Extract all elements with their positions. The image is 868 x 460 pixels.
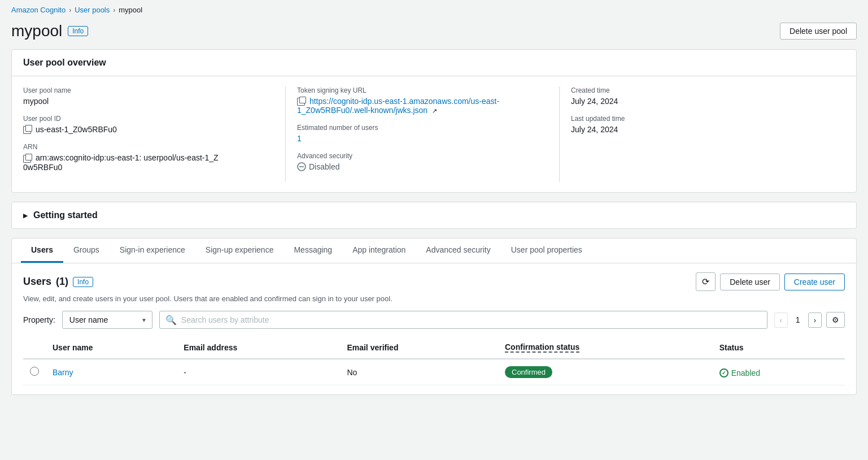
last-updated-label: Last updated time xyxy=(571,115,834,123)
breadcrumb-user-pools[interactable]: User pools xyxy=(75,6,110,14)
token-url-label: Token signing key URL xyxy=(297,86,548,94)
last-updated-value: July 24, 2024 xyxy=(571,125,834,134)
external-link-icon: ↗ xyxy=(432,107,437,114)
overview-col-2: Token signing key URL https://cognito-id… xyxy=(297,86,560,182)
row-radio-cell xyxy=(23,359,46,385)
row-username: Barny xyxy=(46,359,177,385)
tab-users[interactable]: Users xyxy=(21,238,63,263)
tab-signin-experience[interactable]: Sign-in experience xyxy=(110,238,195,263)
users-count: (1) xyxy=(56,276,68,288)
token-url-copy-icon[interactable] xyxy=(297,98,305,106)
arn-value: arn:aws:cognito-idp:us-east-1: userpool/… xyxy=(23,153,274,171)
users-title: Users xyxy=(23,276,51,288)
tab-app-integration[interactable]: App integration xyxy=(342,238,416,263)
advanced-security-label: Advanced security xyxy=(297,152,548,160)
enabled-circle-icon: ✓ xyxy=(719,368,729,377)
users-table: User name Email address Email verified C… xyxy=(23,337,845,385)
search-row: Property: User name Email Phone number S… xyxy=(23,311,845,329)
disabled-badge: Disabled xyxy=(297,162,339,171)
property-select[interactable]: User name Email Phone number Sub xyxy=(62,311,152,329)
overview-card-body: User pool name mypool User pool ID us-ea… xyxy=(12,76,856,192)
next-page-button[interactable]: › xyxy=(808,313,822,328)
table-row: Barny - No Confirmed ✓ Enabled xyxy=(23,359,845,385)
th-username: User name xyxy=(46,337,177,359)
getting-started-triangle-icon: ▶ xyxy=(23,212,28,219)
row-confirmation-status: Confirmed xyxy=(498,359,713,385)
tab-messaging[interactable]: Messaging xyxy=(283,238,342,263)
users-actions: ⟳ Delete user Create user xyxy=(696,272,845,291)
pool-name-label: User pool name xyxy=(23,86,274,94)
table-settings-button[interactable]: ⚙ xyxy=(826,312,845,328)
tab-pool-properties[interactable]: User pool properties xyxy=(501,238,592,263)
user-link[interactable]: Barny xyxy=(53,368,73,377)
breadcrumb-amazon-cognito[interactable]: Amazon Cognito xyxy=(11,6,66,14)
search-icon: 🔍 xyxy=(165,315,177,326)
users-info-badge[interactable]: Info xyxy=(73,277,93,287)
tab-groups[interactable]: Groups xyxy=(63,238,110,263)
page-info-badge[interactable]: Info xyxy=(68,26,88,36)
th-email-verified: Email verified xyxy=(340,337,498,359)
th-status: Status xyxy=(713,337,845,359)
tab-signup-experience[interactable]: Sign-up experience xyxy=(195,238,284,263)
th-confirmation-status: Confirmation status xyxy=(498,337,713,359)
arn-copy-icon[interactable] xyxy=(23,155,31,163)
token-url-value: https://cognito-idp.us-east-1.amazonaws.… xyxy=(297,97,548,115)
breadcrumb-sep-1: › xyxy=(69,6,71,14)
page-header: mypool Info Delete user pool xyxy=(0,20,868,49)
pool-name-value: mypool xyxy=(23,97,274,106)
breadcrumb: Amazon Cognito › User pools › mypool xyxy=(0,0,868,20)
page-title-area: mypool Info xyxy=(11,22,88,40)
create-user-button[interactable]: Create user xyxy=(784,274,845,290)
created-time-label: Created time xyxy=(571,86,834,94)
delete-user-pool-button[interactable]: Delete user pool xyxy=(780,23,857,40)
disabled-circle-icon xyxy=(297,162,306,171)
search-input[interactable] xyxy=(181,311,761,328)
overview-col-1: User pool name mypool User pool ID us-ea… xyxy=(23,86,286,182)
arn-label: ARN xyxy=(23,143,274,151)
estimated-users-label: Estimated number of users xyxy=(297,124,548,132)
confirmation-status-badge: Confirmed xyxy=(505,366,552,378)
pool-id-label: User pool ID xyxy=(23,115,274,123)
users-description: View, edit, and create users in your use… xyxy=(23,294,845,303)
page-number: 1 xyxy=(792,315,804,324)
token-url-link[interactable]: https://cognito-idp.us-east-1.amazonaws.… xyxy=(297,97,499,115)
advanced-security-value: Disabled xyxy=(297,162,548,173)
tab-advanced-security[interactable]: Advanced security xyxy=(416,238,500,263)
created-time-value: July 24, 2024 xyxy=(571,97,834,106)
users-header: Users (1) Info ⟳ Delete user Create user xyxy=(23,272,845,291)
property-select-wrapper: User name Email Phone number Sub ▼ xyxy=(62,311,152,329)
users-title-area: Users (1) Info xyxy=(23,276,93,288)
overview-card: User pool overview User pool name mypool… xyxy=(11,49,857,193)
overview-grid: User pool name mypool User pool ID us-ea… xyxy=(23,86,845,182)
tabs-container: Users Groups Sign-in experience Sign-up … xyxy=(11,238,857,395)
row-email-verified: No xyxy=(340,359,498,385)
estimated-users-value[interactable]: 1 xyxy=(297,134,548,143)
overview-col-3: Created time July 24, 2024 Last updated … xyxy=(571,86,845,182)
delete-user-button[interactable]: Delete user xyxy=(720,274,780,290)
th-email: Email address xyxy=(177,337,340,359)
table-header-row: User name Email address Email verified C… xyxy=(23,337,845,359)
breadcrumb-current: mypool xyxy=(119,6,142,14)
tabs-bar: Users Groups Sign-in experience Sign-up … xyxy=(12,238,856,263)
row-status: ✓ Enabled xyxy=(713,359,845,385)
getting-started-title: ▶ Getting started xyxy=(23,210,845,220)
users-section: Users (1) Info ⟳ Delete user Create user… xyxy=(12,263,856,394)
getting-started-section[interactable]: ▶ Getting started xyxy=(11,202,857,229)
th-radio xyxy=(23,337,46,359)
row-email: - xyxy=(177,359,340,385)
row-radio-input[interactable] xyxy=(30,367,39,376)
page-title: mypool xyxy=(11,22,62,40)
pagination-area: ‹ 1 › ⚙ xyxy=(774,312,845,328)
pool-id-value: us-east-1_Z0w5RBFu0 xyxy=(23,125,274,134)
refresh-button[interactable]: ⟳ xyxy=(696,272,716,291)
status-enabled-badge: ✓ Enabled xyxy=(719,368,760,377)
prev-page-button[interactable]: ‹ xyxy=(774,313,788,328)
property-label: Property: xyxy=(23,315,55,324)
overview-card-header: User pool overview xyxy=(12,50,856,76)
breadcrumb-sep-2: › xyxy=(113,6,115,14)
pool-id-copy-icon[interactable] xyxy=(23,126,31,134)
search-input-wrapper: 🔍 xyxy=(159,311,767,329)
